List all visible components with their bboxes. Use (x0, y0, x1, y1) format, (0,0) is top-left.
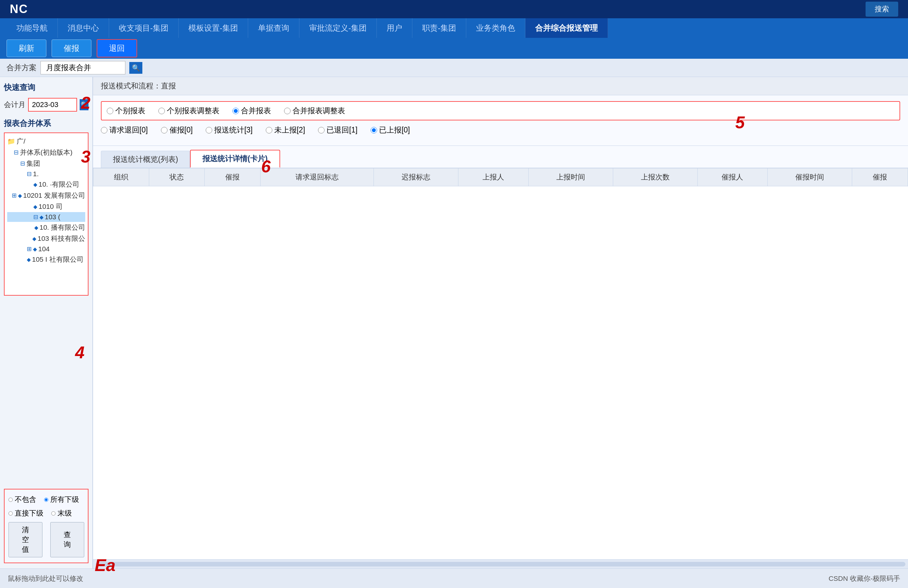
nav-item-2[interactable]: 收支项目-集团 (109, 18, 179, 38)
tree-section-title: 报表合并体系 (4, 118, 89, 129)
tab-detail[interactable]: 报送统计详情(卡片) (190, 150, 280, 168)
tree-node-7[interactable]: ⊟ ◆ 103 ( (7, 212, 85, 222)
tree-toggle-7[interactable]: ⊟ (33, 214, 38, 220)
accounting-month-label: 会计月 (4, 100, 26, 110)
global-search-button[interactable]: 搜索 (866, 2, 898, 17)
individual-adjust-option[interactable]: 个别报表调整表 (158, 106, 219, 116)
not-include-label: 不包含 (15, 495, 36, 504)
tree-container[interactable]: 📁 广/ ⊟ 并体系(初始版本) ⊟ 集团 (4, 132, 89, 296)
col-urge2: 催报 (852, 169, 908, 186)
quick-query-title: 快速查询 (4, 82, 89, 93)
individual-adjust-radio[interactable] (158, 108, 165, 114)
query-button[interactable]: 查询 (50, 522, 84, 557)
submitted-option[interactable]: 已上报[0] (370, 125, 410, 135)
individual-adjust-label: 个别报表调整表 (167, 106, 219, 116)
tree-node-5[interactable]: ⊞ ◆ 10201 发展有限公司 (7, 190, 85, 201)
nav-item-3[interactable]: 模板设置-集团 (179, 18, 248, 38)
nav-item-0[interactable]: 功能导航 (6, 18, 58, 38)
send-stats-radio[interactable] (206, 127, 212, 133)
tree-toggle-2[interactable]: ⊟ (20, 160, 25, 167)
request-return-option[interactable]: 请求退回[0] (101, 125, 148, 135)
nav-item-8[interactable]: 业务类角色 (466, 18, 525, 38)
tree-node-label-2: 集团 (26, 159, 40, 168)
merge-report-label: 合并报表 (241, 106, 271, 116)
tree-node-label-9: 103 科技有限公 (37, 234, 85, 243)
nav-item-9[interactable]: 合并综合报送管理 (525, 18, 608, 38)
tree-node-8[interactable]: ◆ 10. 播有限公司 (7, 222, 85, 233)
nav-item-1[interactable]: 消息中心 (58, 18, 109, 38)
filter-row-include: 不包含 所有下级 (8, 495, 84, 504)
submitted-radio[interactable] (370, 127, 377, 133)
clear-button[interactable]: 清空值 (8, 522, 42, 557)
status-filter-row: 请求退回[0] 催报[0] 报送统计[3] 未上报[2] (101, 125, 900, 135)
app-logo: NC (10, 2, 28, 16)
tree-node-0[interactable]: 📁 广/ (7, 136, 85, 147)
merge-report-option[interactable]: 合并报表 (232, 106, 271, 116)
urge-radio[interactable] (161, 127, 167, 133)
col-organization: 组织 (93, 169, 149, 186)
direct-sublevel-option[interactable]: 直接下级 (8, 508, 43, 518)
tree-node-9[interactable]: ◆ 103 科技有限公 (7, 233, 85, 244)
not-submitted-option[interactable]: 未上报[2] (266, 125, 305, 135)
diamond-icon-10: ◆ (33, 246, 37, 252)
nav-item-5[interactable]: 审批流定义-集团 (299, 18, 377, 38)
bottom-scrollbar[interactable] (93, 559, 908, 569)
not-submitted-radio[interactable] (266, 127, 272, 133)
urge-option[interactable]: 催报[0] (161, 125, 193, 135)
accounting-month-input[interactable] (28, 98, 77, 112)
tree-node-6[interactable]: ◆ 1010 司 (7, 201, 85, 212)
tree-node-label-0: 广/ (17, 137, 26, 146)
not-include-radio[interactable] (8, 498, 13, 502)
returned-radio[interactable] (318, 127, 325, 133)
nav-item-4[interactable]: 单据查询 (248, 18, 299, 38)
scheme-search-button[interactable]: 🔍 (129, 62, 142, 74)
tree-toggle-3[interactable]: ⊟ (27, 170, 32, 178)
scheme-input[interactable] (40, 61, 126, 74)
tree-node-2[interactable]: ⊟ 集团 (7, 158, 85, 169)
tree-node-10[interactable]: ⊞ ◆ 104 (7, 244, 85, 254)
all-sublevel-label: 所有下级 (50, 495, 79, 504)
send-stats-label: 报送统计[3] (214, 125, 253, 135)
table-container[interactable]: 组织 状态 催报 请求退回标志 迟报标志 上报人 上报时间 上报次数 催报人 催… (93, 168, 908, 559)
urge-button[interactable]: 催报 (52, 40, 92, 57)
not-include-option[interactable]: 不包含 (8, 495, 36, 504)
nav-item-7[interactable]: 职责-集团 (412, 18, 466, 38)
all-sublevel-option[interactable]: 所有下级 (44, 495, 79, 504)
tree-toggle-1[interactable]: ⊟ (14, 149, 19, 156)
leaf-level-radio[interactable] (51, 511, 55, 516)
table-header-row: 组织 状态 催报 请求退回标志 迟报标志 上报人 上报时间 上报次数 催报人 催… (93, 169, 908, 186)
individual-report-radio[interactable] (107, 108, 113, 114)
col-urge: 催报 (205, 169, 261, 186)
refresh-button[interactable]: 刷新 (6, 40, 47, 57)
tab-overview[interactable]: 报送统计概览(列表) (101, 151, 190, 168)
request-return-label: 请求退回[0] (109, 125, 148, 135)
tree-node-11[interactable]: ◆ 105 I 社有限公司 (7, 254, 85, 265)
direct-sublevel-radio[interactable] (8, 511, 13, 516)
merge-adjust-radio[interactable] (284, 108, 291, 114)
col-status: 状态 (149, 169, 205, 186)
tree-toggle-5[interactable]: ⊞ (12, 192, 17, 199)
scrollbar-track[interactable] (96, 562, 905, 567)
returned-option[interactable]: 已退回[1] (318, 125, 357, 135)
request-return-radio[interactable] (101, 127, 108, 133)
all-sublevel-radio[interactable] (44, 498, 48, 502)
accounting-month-search-button[interactable]: 🔍 (80, 99, 89, 110)
return-button[interactable]: 退回 (97, 39, 137, 58)
tree-node-label-10: 104 (38, 245, 50, 253)
leaf-level-option[interactable]: 末级 (51, 508, 72, 518)
tree-node-4[interactable]: ◆ 10. ·有限公司 (7, 179, 85, 190)
diamond-icon-8: ◆ (34, 225, 38, 231)
tree-node-3[interactable]: ⊟ 1. (7, 169, 85, 179)
individual-report-option[interactable]: 个别报表 (107, 106, 145, 116)
tree-node-label-6: 1010 司 (39, 202, 63, 211)
left-panel: 快速查询 会计月 🔍 2 报表合并体系 📁 广/ ⊟ 并体系(初始版本) (0, 77, 93, 569)
send-stats-option[interactable]: 报送统计[3] (206, 125, 253, 135)
nav-item-6[interactable]: 用户 (377, 18, 412, 38)
returned-label: 已退回[1] (327, 125, 357, 135)
tree-node-1[interactable]: ⊟ 并体系(初始版本) (7, 147, 85, 158)
submitted-label: 已上报[0] (379, 125, 410, 135)
merge-report-radio[interactable] (232, 108, 239, 114)
col-reporter: 上报人 (459, 169, 529, 186)
merge-adjust-option[interactable]: 合并报表调整表 (284, 106, 345, 116)
tree-toggle-10[interactable]: ⊞ (27, 245, 32, 252)
